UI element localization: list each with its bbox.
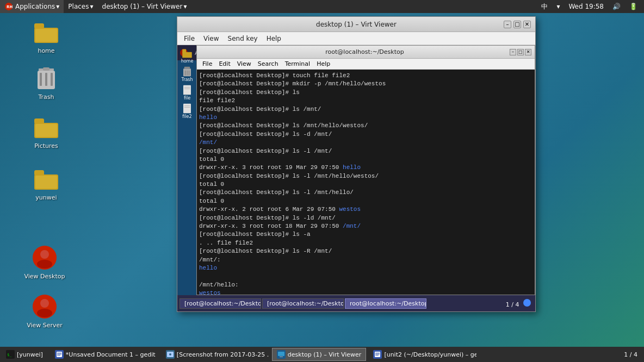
terminal-titlebar-buttons: – □ ✕ [510,49,531,55]
terminal-line-21: . .. file file2 [199,239,532,247]
volume-icon[interactable]: 🔊 [610,3,623,10]
vm-bottom-bar: [root@localhost:~/Desktop] [root@localho… [177,295,535,311]
terminal-menu-search[interactable]: Search [255,60,282,68]
minimize-button[interactable]: – [504,21,511,28]
terminal-line-15: [root@localhost Desktop]# ls -l /mnt/hel… [199,189,532,197]
svg-rect-16 [35,176,57,189]
terminal-line-9: /mnt/ [199,139,532,147]
taskbar-bottom: $_ [yunwei] *Unsaved Document 1 – gedit … [0,347,644,362]
pictures-icon-label: Pictures [34,142,58,149]
desktop-icon-home[interactable]: home [24,19,68,54]
applications-label: Applications [15,3,55,10]
desktop-icon-yunwei[interactable]: yunwei [24,166,68,201]
terminal-menu-help[interactable]: Help [313,60,333,68]
terminal-taskbar-icon: $_ [6,350,15,359]
virt-viewer-titlebar[interactable]: desktop (1) – Virt Viewer – □ ✕ [177,17,535,32]
taskbar-bottom-screenshot[interactable]: [Screenshot from 2017-03-25 ... [161,348,270,361]
vm-bottom-item-3[interactable]: root@localhost:~/Desktop [345,298,426,309]
svg-rect-41 [57,353,61,353]
terminal-content[interactable]: [root@localhost Desktop]# touch file fil… [197,70,535,295]
vm-content: Applications Places Terminal en 🔊 🖥 Wed … [177,45,535,311]
view-server-icon [32,294,58,320]
terminal-line-3: [root@localhost Desktop]# ls [199,89,532,97]
taskbar-bottom-virtviewer[interactable]: desktop (1) – Virt Viewer [272,348,367,361]
terminal-menu-file[interactable]: File [199,60,215,68]
vm-bottom-item-1[interactable]: [root@localhost:~/Desktop] [179,298,261,309]
terminal-menu-terminal[interactable]: Terminal [282,60,314,68]
redhat-icon: RH [4,2,13,11]
terminal-menu-edit[interactable]: Edit [215,60,233,68]
taskbar-bottom-gedit2[interactable]: [unit2 (~/Desktop/yunwei) – ged... [368,348,477,361]
terminal-line-14: total 0 [199,180,532,189]
close-button[interactable]: ✕ [523,21,531,28]
terminal-line-24: hello [199,264,532,272]
vm-file2-icon [181,103,194,114]
svg-point-19 [37,260,52,269]
vm-sidebar-home[interactable]: home [179,47,195,64]
svg-point-18 [40,250,49,259]
gedit-taskbar-icon [55,350,64,359]
terminal-minimize-btn[interactable]: – [510,49,516,55]
svg-rect-12 [34,118,44,124]
terminal-line-22: [root@localhost Desktop]# ls -R /mnt/ [199,247,532,255]
terminal-line-26: /mnt/hello: [199,281,532,289]
svg-rect-7 [40,73,42,86]
vm-home-icon [181,47,194,59]
terminal-line-13: [root@localhost Desktop]# ls -l /mnt/hel… [199,172,532,180]
terminal-line-16: total 0 [199,197,532,205]
time-display: Wed 19:58 [566,3,606,10]
svg-rect-42 [57,354,61,354]
yunwei-icon-label: yunwei [35,194,57,201]
battery-icon[interactable]: 🔋 [627,3,640,10]
terminal-line-11: total 0 [199,155,532,164]
terminal-maximize-btn[interactable]: □ [517,49,524,55]
input-indicator[interactable]: 中 [539,2,550,11]
maximize-button[interactable]: □ [513,21,521,28]
virt-menu-help[interactable]: Help [262,34,286,43]
desktop-icon-pictures[interactable]: Pictures [24,114,68,149]
taskbar-bottom-yunwei[interactable]: $_ [yunwei] [1,348,48,361]
virt-taskbar-icon [277,350,286,359]
terminal-close-btn[interactable]: ✕ [525,49,531,55]
home-folder-icon [33,19,59,45]
virt-viewer-title: desktop (1) – Virt Viewer [209,21,504,28]
vm-sidebar-trash[interactable]: Trash [179,66,195,82]
trash-icon-label: Trash [38,93,54,101]
svg-point-21 [40,299,49,308]
svg-rect-9 [51,73,53,86]
svg-rect-36 [184,107,190,108]
terminal-menubar: File Edit View Search Terminal Help [197,59,535,70]
view-desktop-icon-label: View Desktop [24,273,65,280]
desktop-icon-view-desktop[interactable]: View Desktop [23,245,66,280]
virt-viewer-window: desktop (1) – Virt Viewer – □ ✕ File Vie… [177,16,536,312]
terminal-line-17: drwxr-xr-x. 2 root root 6 Mar 29 07:50 w… [199,205,532,214]
screenshot-taskbar-icon [166,350,175,359]
svg-rect-8 [45,73,47,86]
svg-rect-3 [34,23,44,29]
vm-trash-icon [181,66,194,77]
svg-rect-15 [34,170,44,176]
terminal-titlebar[interactable]: root@localhost:~/Desktop – □ ✕ [197,46,535,59]
virt-menu-file[interactable]: File [179,34,199,43]
virt-menu-view[interactable]: View [199,34,223,43]
desktop-icon-view-server[interactable]: View Server [23,294,66,329]
vm-sidebar-file2[interactable]: file2 [179,103,195,119]
terminal-line-27: westos [199,289,532,295]
desktop-icon-trash[interactable]: Trash [24,65,68,101]
terminal-line-20: [root@localhost Desktop]# ls -a [199,230,532,239]
virt-viewer-taskbar[interactable]: desktop (1) – Virt Viewer ▾ [98,0,191,13]
places-menu[interactable]: Places ▾ [64,0,97,13]
taskbar-bottom-gedit1[interactable]: *Unsaved Document 1 – gedit [50,348,159,361]
terminal-line-6: hello [199,114,532,122]
svg-rect-52 [375,353,380,353]
vm-info-icon[interactable] [523,299,531,307]
trash-icon [33,65,59,91]
applications-menu[interactable]: RH Applications ▾ [0,0,64,13]
terminal-menu-view[interactable]: View [234,60,255,68]
svg-rect-49 [280,357,283,357]
vm-bottom-item-2[interactable]: [root@localhost:~/Desktop] [262,298,344,309]
virt-menu-sendkey[interactable]: Send key [224,34,262,43]
view-server-icon-label: View Server [27,322,63,329]
svg-rect-54 [375,355,379,355]
vm-sidebar-file[interactable]: file [179,84,195,101]
